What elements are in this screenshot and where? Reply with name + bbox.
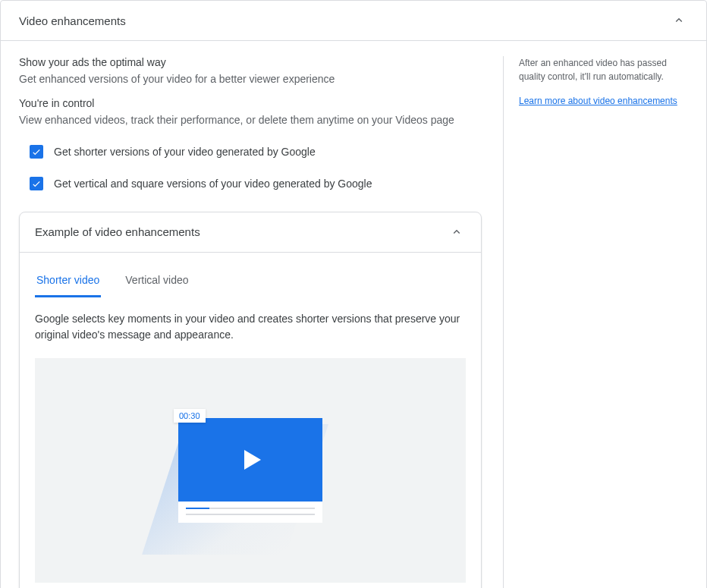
video-timestamp: 00:30	[174, 409, 206, 423]
checkbox-label-shorter: Get shorter versions of your video gener…	[54, 146, 316, 158]
card-title: Video enhancements	[19, 14, 126, 27]
collapse-icon[interactable]	[670, 11, 688, 30]
main-column: Show your ads the optimal way Get enhanc…	[19, 56, 488, 588]
example-title: Example of video enhancements	[35, 225, 200, 238]
card-header: Video enhancements	[1, 1, 706, 41]
intro-desc-optimal: Get enhanced versions of your video for …	[19, 71, 488, 86]
example-body: Google selects key moments in your video…	[20, 297, 481, 588]
intro-heading-control: You're in control	[19, 97, 488, 109]
text-line	[186, 514, 315, 515]
checkbox-row-shorter: Get shorter versions of your video gener…	[30, 145, 488, 159]
example-card: Example of video enhancements Shorter vi…	[19, 212, 482, 588]
progress-track	[186, 508, 315, 509]
example-header: Example of video enhancements	[20, 212, 481, 253]
side-text: After an enhanced video has passed quali…	[519, 56, 688, 83]
side-column: After an enhanced video has passed quali…	[503, 56, 688, 588]
progress-fill	[186, 508, 209, 509]
tab-vertical-video[interactable]: Vertical video	[124, 265, 190, 297]
intro-section: Show your ads the optimal way Get enhanc…	[19, 56, 488, 128]
checkbox-vertical[interactable]	[30, 177, 43, 190]
intro-heading-optimal: Show your ads the optimal way	[19, 56, 488, 68]
tab-shorter-video[interactable]: Shorter video	[35, 265, 101, 297]
learn-more-link[interactable]: Learn more about video enhancements	[519, 94, 677, 108]
video-preview-card: 00:30	[178, 418, 322, 523]
intro-block-optimal: Show your ads the optimal way Get enhanc…	[19, 56, 488, 86]
checkbox-row-vertical: Get vertical and square versions of your…	[30, 177, 488, 190]
video-footer	[178, 502, 322, 523]
example-illustration: 00:30	[35, 358, 466, 583]
checkbox-label-vertical: Get vertical and square versions of your…	[54, 178, 372, 190]
play-icon	[244, 450, 261, 470]
card-body: Show your ads the optimal way Get enhanc…	[1, 41, 706, 588]
intro-desc-control: View enhanced videos, track their perfor…	[19, 112, 488, 127]
video-thumbnail	[178, 418, 322, 502]
example-description: Google selects key moments in your video…	[35, 311, 466, 343]
example-tabs: Shorter video Vertical video	[20, 265, 481, 297]
checkbox-shorter[interactable]	[30, 145, 43, 159]
example-collapse-icon[interactable]	[448, 223, 466, 241]
intro-block-control: You're in control View enhanced videos, …	[19, 97, 488, 127]
video-enhancements-card: Video enhancements Show your ads the opt…	[0, 0, 707, 588]
